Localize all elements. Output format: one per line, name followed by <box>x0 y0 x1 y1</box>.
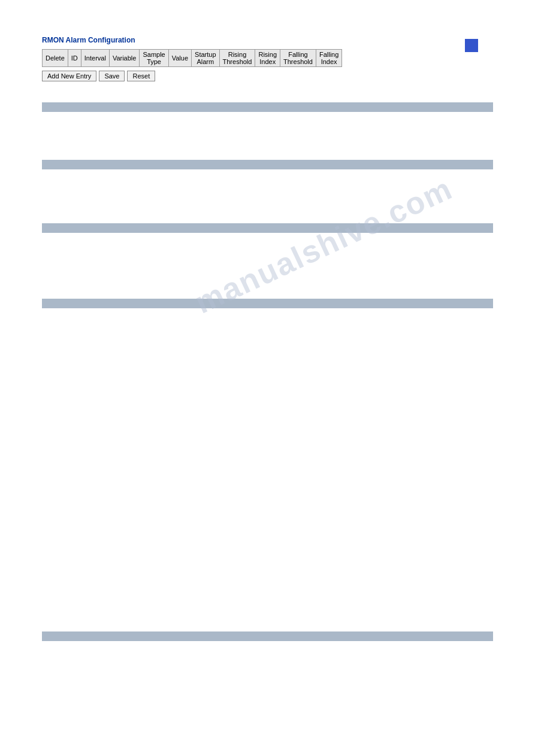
col-rising-index: RisingIndex <box>255 50 280 67</box>
col-startup-alarm: StartupAlarm <box>192 50 219 67</box>
section-title: RMON Alarm Configuration <box>42 36 493 44</box>
gray-bar-2 <box>42 160 493 169</box>
col-falling-threshold: FallingThreshold <box>280 50 316 67</box>
button-row: Add New Entry Save Reset <box>42 71 493 81</box>
col-falling-index: FallingIndex <box>316 50 341 67</box>
col-variable: Variable <box>109 50 140 67</box>
col-interval: Interval <box>81 50 109 67</box>
col-id: ID <box>68 50 81 67</box>
gray-bar-1 <box>42 102 493 112</box>
gray-bar-5 <box>42 631 493 641</box>
gray-bar-4 <box>42 299 493 308</box>
rmon-alarm-table: Delete ID Interval Variable SampleType V… <box>42 49 342 67</box>
add-new-entry-button[interactable]: Add New Entry <box>42 71 96 81</box>
col-value: Value <box>168 50 191 67</box>
col-rising-threshold: RisingThreshold <box>219 50 255 67</box>
col-sample-type: SampleType <box>140 50 168 67</box>
save-button[interactable]: Save <box>99 71 125 81</box>
gray-bar-3 <box>42 223 493 233</box>
reset-button[interactable]: Reset <box>127 71 155 81</box>
blue-square-indicator <box>465 39 478 52</box>
col-delete: Delete <box>43 50 68 67</box>
page-container: RMON Alarm Configuration Delete ID Inter… <box>0 0 535 756</box>
